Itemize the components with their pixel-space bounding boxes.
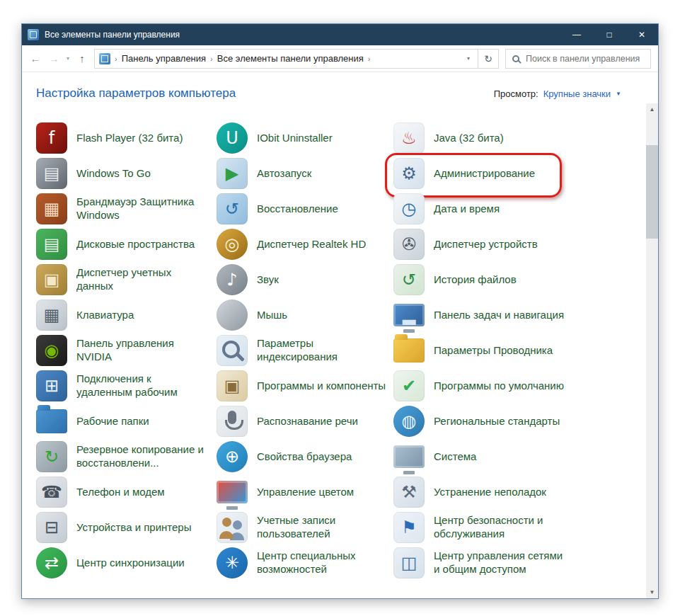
view-selector[interactable]: Просмотр: Крупные значки ▼ bbox=[494, 89, 621, 99]
close-button[interactable]: ✕ bbox=[626, 24, 658, 45]
cp-item-label: Панель задач и навигация bbox=[434, 309, 564, 322]
refresh-button[interactable]: ↻ bbox=[478, 49, 499, 69]
up-button[interactable]: ↑ bbox=[73, 50, 91, 68]
storage-spaces-icon: ▤ bbox=[36, 229, 67, 260]
cp-item-label: Распознавание речи bbox=[257, 415, 358, 428]
cp-item-file-history[interactable]: ↺ История файлов bbox=[393, 262, 646, 297]
scrollbar-thumb[interactable] bbox=[646, 145, 658, 239]
back-button[interactable]: ← bbox=[26, 50, 45, 68]
cp-item-nvidia-control-panel[interactable]: ◉ Панель управления NVIDIA bbox=[36, 333, 217, 368]
sound-icon: ♪ bbox=[217, 264, 248, 295]
cp-item-remote-desktop-connections[interactable]: ⊞ Подключения к удаленным рабочим bbox=[36, 368, 217, 404]
cp-item-color-management[interactable]: Управление цветом bbox=[217, 474, 393, 510]
minimize-button[interactable]: — bbox=[560, 24, 593, 45]
cp-item-user-accounts[interactable]: Учетные записи пользователей bbox=[217, 510, 393, 545]
flash-player-icon: f bbox=[36, 122, 67, 154]
view-value[interactable]: Крупные значки bbox=[543, 89, 611, 99]
cp-item-label: Дисковые пространства bbox=[76, 238, 195, 251]
nvidia-icon: ◉ bbox=[36, 335, 67, 366]
cp-item-label: Учетные записи пользователей bbox=[257, 514, 386, 541]
iobit-uninstaller-icon: U bbox=[217, 122, 248, 154]
cp-item-backup-restore[interactable]: ↻ Резервное копирование и восстановлени.… bbox=[36, 439, 217, 474]
cp-item-taskbar-navigation[interactable]: ▂ Панель задач и навигация bbox=[393, 297, 646, 333]
cp-item-default-programs[interactable]: ✔ Программы по умолчанию bbox=[393, 368, 646, 404]
cp-item-speech-recognition[interactable]: Распознавание речи bbox=[217, 404, 393, 439]
cp-item-windows-to-go[interactable]: ▤ Windows To Go bbox=[36, 156, 217, 191]
search-box[interactable] bbox=[505, 49, 651, 69]
cp-item-storage-spaces[interactable]: ▤ Дисковые пространства bbox=[36, 227, 217, 262]
cp-item-administrative-tools[interactable]: ⚙ Администрирование bbox=[393, 156, 646, 191]
window-controls: — □ ✕ bbox=[560, 24, 658, 45]
user-accounts-icon bbox=[217, 512, 248, 543]
view-label: Просмотр: bbox=[494, 89, 538, 99]
cp-item-label: Flash Player (32 бита) bbox=[76, 132, 183, 145]
address-dropdown-icon[interactable]: ▾ bbox=[462, 55, 475, 62]
cp-item-flash-player[interactable]: f Flash Player (32 бита) bbox=[36, 120, 217, 156]
cp-item-autoplay[interactable]: ▶ Автозапуск bbox=[217, 156, 393, 191]
ease-of-access-icon: ✳ bbox=[217, 547, 248, 578]
cp-item-devices-printers[interactable]: ⊟ Устройства и принтеры bbox=[36, 510, 217, 545]
sync-center-icon: ⇄ bbox=[36, 547, 67, 578]
phone-modem-icon: ☎ bbox=[36, 477, 67, 508]
cp-item-label: Восстановление bbox=[257, 203, 338, 216]
cp-item-mouse[interactable]: Мышь bbox=[217, 297, 393, 333]
file-history-icon: ↺ bbox=[393, 264, 425, 295]
cp-item-internet-options[interactable]: ⊕ Свойства браузера bbox=[217, 439, 393, 474]
cp-item-label: Телефон и модем bbox=[76, 486, 165, 499]
page-title: Настройка параметров компьютера bbox=[36, 86, 236, 101]
cp-item-windows-defender-firewall[interactable]: ▦ Брандмауэр Защитника Windows bbox=[36, 191, 217, 227]
cp-item-label: Рабочие папки bbox=[76, 415, 149, 428]
scroll-up-button[interactable]: ▲ bbox=[646, 103, 658, 115]
cp-item-region[interactable]: ◍ Региональные стандарты bbox=[393, 404, 646, 439]
device-manager-icon: ✇ bbox=[393, 229, 425, 260]
recovery-icon: ↺ bbox=[217, 193, 248, 224]
items-grid: f Flash Player (32 бита) U IObit Uninsta… bbox=[22, 103, 646, 598]
cp-item-label: Резервное копирование и восстановлени... bbox=[76, 443, 207, 470]
cp-item-indexing-options[interactable]: Параметры индексирования bbox=[217, 333, 393, 368]
cp-item-security-maintenance[interactable]: ⚑ Центр безопасности и обслуживания bbox=[393, 510, 646, 545]
search-input[interactable] bbox=[524, 53, 644, 64]
scrollbar-track[interactable] bbox=[646, 115, 658, 586]
cp-item-keyboard[interactable]: ▦ Клавиатура bbox=[36, 297, 217, 333]
security-maintenance-icon: ⚑ bbox=[393, 512, 425, 543]
default-programs-icon: ✔ bbox=[393, 370, 425, 401]
credential-manager-icon: ▣ bbox=[36, 264, 67, 295]
cp-item-work-folders[interactable]: Рабочие папки bbox=[36, 404, 217, 439]
cp-item-recovery[interactable]: ↺ Восстановление bbox=[217, 191, 393, 227]
cp-item-java[interactable]: ♨ Java (32 бита) bbox=[393, 120, 646, 156]
scroll-down-button[interactable]: ▼ bbox=[646, 586, 658, 598]
history-dropdown-icon[interactable]: ▾ bbox=[63, 50, 73, 68]
cp-item-folder-options[interactable]: Параметры Проводника bbox=[393, 333, 646, 368]
cp-item-date-time[interactable]: ◷ Дата и время bbox=[393, 191, 646, 227]
cp-item-label: Центр безопасности и обслуживания bbox=[434, 514, 565, 541]
window-title: Все элементы панели управления bbox=[45, 30, 180, 40]
cp-item-system[interactable]: Система bbox=[393, 439, 646, 474]
cp-item-device-manager[interactable]: ✇ Диспетчер устройств bbox=[393, 227, 646, 262]
folder-options-icon bbox=[393, 338, 425, 363]
cp-item-label: Региональные стандарты bbox=[434, 415, 560, 428]
cp-item-label: Подключения к удаленным рабочим bbox=[76, 372, 207, 399]
cp-item-iobit-uninstaller[interactable]: U IObit Uninstaller bbox=[217, 120, 393, 156]
realtek-hd-icon: ◎ bbox=[217, 229, 248, 260]
breadcrumb-control-panel[interactable]: Панель управления bbox=[120, 53, 207, 64]
cp-item-sound[interactable]: ♪ Звук bbox=[217, 262, 393, 297]
forward-button[interactable]: → bbox=[45, 50, 63, 68]
maximize-button[interactable]: □ bbox=[593, 24, 626, 45]
cp-item-realtek-hd-manager[interactable]: ◎ Диспетчер Realtek HD bbox=[217, 227, 393, 262]
breadcrumb-all-items[interactable]: Все элементы панели управления bbox=[216, 53, 365, 64]
cp-item-phone-modem[interactable]: ☎ Телефон и модем bbox=[36, 474, 217, 510]
scrollbar[interactable]: ▲ ▼ bbox=[646, 103, 658, 598]
network-sharing-icon: ◫ bbox=[393, 547, 425, 578]
cp-item-sync-center[interactable]: ⇄ Центр синхронизации bbox=[36, 545, 217, 581]
address-bar[interactable]: › Панель управления › Все элементы панел… bbox=[94, 49, 478, 69]
taskbar-icon: ▂ bbox=[393, 304, 425, 326]
cp-item-network-sharing-center[interactable]: ◫ Центр управления сетями и общим доступ… bbox=[393, 545, 646, 581]
cp-item-ease-of-access[interactable]: ✳ Центр специальных возможностей bbox=[217, 545, 393, 581]
navigation-toolbar: ← → ▾ ↑ › Панель управления › Все элемен… bbox=[22, 45, 658, 72]
header-row: Настройка параметров компьютера Просмотр… bbox=[22, 72, 658, 103]
breadcrumb-separator: › bbox=[365, 55, 374, 63]
cp-item-programs-features[interactable]: ▣ Программы и компоненты bbox=[217, 368, 393, 404]
devices-printers-icon: ⊟ bbox=[36, 512, 67, 543]
cp-item-credential-manager[interactable]: ▣ Диспетчер учетных данных bbox=[36, 262, 217, 297]
cp-item-troubleshooting[interactable]: ⚒ Устранение неполадок bbox=[393, 474, 646, 510]
